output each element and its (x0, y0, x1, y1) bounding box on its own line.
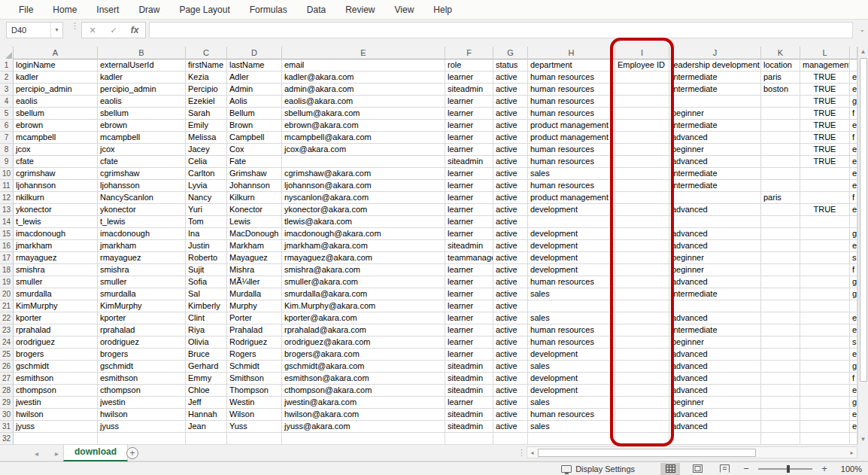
row-header-22[interactable]: 22 (0, 312, 14, 324)
horizontal-scrollbar[interactable]: ◂ ▸ (527, 446, 857, 458)
cell-H28[interactable]: development (528, 385, 615, 397)
name-box[interactable]: D40 ▾ (6, 22, 63, 38)
cell-H6[interactable]: product management (528, 120, 615, 132)
cell-K21[interactable] (761, 300, 800, 312)
cell-J24[interactable]: beginner (669, 336, 761, 349)
cell-K6[interactable] (761, 120, 800, 132)
cell-J14[interactable] (669, 216, 761, 228)
cell-K9[interactable] (761, 156, 800, 168)
cell-G10[interactable]: active (493, 168, 528, 180)
cell-G24[interactable]: active (493, 336, 528, 349)
cell-F29[interactable]: learner (445, 397, 493, 409)
prev-sheet-icon[interactable]: ◂ (35, 449, 38, 458)
cell-A4[interactable]: eaolis (14, 96, 98, 108)
cell-G21[interactable]: active (493, 300, 528, 312)
cell-C28[interactable]: Chloe (186, 385, 227, 397)
cell-F9[interactable]: siteadmin (445, 156, 493, 168)
row-header-4[interactable]: 4 (0, 96, 14, 108)
cell-M30[interactable]: e (850, 409, 857, 421)
row-header-10[interactable]: 10 (0, 168, 14, 180)
row-header-32[interactable]: 32 (0, 433, 14, 445)
cell-I17[interactable] (615, 252, 669, 264)
cell-L15[interactable] (800, 228, 850, 240)
menu-draw[interactable]: Draw (129, 0, 169, 20)
cell-G22[interactable]: active (493, 312, 528, 324)
cell-B10[interactable]: cgrimshaw (98, 168, 186, 180)
cell-L26[interactable] (800, 361, 850, 373)
cell-G29[interactable]: active (493, 397, 528, 409)
cell-I30[interactable] (615, 409, 669, 421)
normal-view-button[interactable] (660, 463, 680, 475)
cell-I9[interactable] (615, 156, 669, 168)
cell-L29[interactable] (800, 397, 850, 409)
cell-B15[interactable]: imacdonough (98, 228, 186, 240)
cell-F31[interactable]: siteadmin (445, 421, 493, 433)
cell-M25[interactable]: e (850, 349, 857, 361)
cell-F28[interactable]: siteadmin (445, 385, 493, 397)
column-header-L[interactable]: L (800, 47, 850, 59)
cell-K14[interactable] (761, 216, 800, 228)
cell-K7[interactable] (761, 132, 800, 144)
cell-J25[interactable]: advanced (669, 349, 761, 361)
row-header-5[interactable]: 5 (0, 108, 14, 120)
cell-A30[interactable]: hwilson (14, 409, 98, 421)
cell-G32[interactable] (493, 433, 528, 445)
cell-M27[interactable]: f (850, 373, 857, 385)
cell-I23[interactable] (615, 324, 669, 336)
cell-D17[interactable]: Mayaguez (227, 252, 282, 264)
cell-H18[interactable]: development (528, 264, 615, 276)
cell-K2[interactable]: paris (761, 72, 800, 84)
cell-M21[interactable] (850, 300, 857, 312)
cell-A18[interactable]: smishra (14, 264, 98, 276)
cell-H24[interactable]: human resources (528, 336, 615, 349)
cell-D24[interactable]: Rodriguez (227, 336, 282, 349)
cell-J3[interactable]: intermediate (669, 84, 761, 96)
cell-B5[interactable]: sbellum (98, 108, 186, 120)
cell-C4[interactable]: Ezekiel (186, 96, 227, 108)
cell-E7[interactable]: mcampbell@akara.com (282, 132, 445, 144)
column-header-C[interactable]: C (186, 47, 227, 59)
cell-J6[interactable]: intermediate (669, 120, 761, 132)
cell-D2[interactable]: Adler (227, 72, 282, 84)
cell-F5[interactable]: learner (445, 108, 493, 120)
cell-E6[interactable]: ebrown@akara.com (282, 120, 445, 132)
cell-I32[interactable] (615, 433, 669, 445)
insert-function-icon[interactable]: fx (124, 25, 145, 35)
cell-F19[interactable]: learner (445, 276, 493, 288)
cell-D18[interactable]: Mishra (227, 264, 282, 276)
cell-A21[interactable]: KimMurphy (14, 300, 98, 312)
cell-H3[interactable]: human resources (528, 84, 615, 96)
cell-A17[interactable]: rmayaguez (14, 252, 98, 264)
cell-H11[interactable]: human resources (528, 180, 615, 192)
row-header-7[interactable]: 7 (0, 132, 14, 144)
cell-J32[interactable] (669, 433, 761, 445)
cell-M12[interactable]: f (850, 192, 857, 204)
cell-J5[interactable]: beginner (669, 108, 761, 120)
column-header-I[interactable]: I (615, 47, 669, 59)
cell-E18[interactable]: smishra@akara.com (282, 264, 445, 276)
cell-K27[interactable] (761, 373, 800, 385)
cell-I12[interactable] (615, 192, 669, 204)
row-header-19[interactable]: 19 (0, 276, 14, 288)
cell-M16[interactable]: e (850, 240, 857, 252)
cell-G25[interactable]: active (493, 349, 528, 361)
cell-C17[interactable]: Roberto (186, 252, 227, 264)
cell-H13[interactable]: development (528, 204, 615, 216)
cell-A16[interactable]: jmarkham (14, 240, 98, 252)
cell-J23[interactable]: intermediate (669, 324, 761, 336)
cancel-icon[interactable]: ✕ (82, 26, 103, 35)
cell-C26[interactable]: Gerhard (186, 361, 227, 373)
cell-A11[interactable]: ljohannson (14, 180, 98, 192)
row-header-21[interactable]: 21 (0, 300, 14, 312)
cell-D23[interactable]: Prahalad (227, 324, 282, 336)
cell-F25[interactable]: learner (445, 349, 493, 361)
cell-C29[interactable]: Jeff (186, 397, 227, 409)
cell-J4[interactable] (669, 96, 761, 108)
cell-D22[interactable]: Porter (227, 312, 282, 324)
cell-E10[interactable]: cgrimshaw@akara.com (282, 168, 445, 180)
cell-H27[interactable]: development (528, 373, 615, 385)
cell-H15[interactable]: development (528, 228, 615, 240)
cell-H10[interactable]: sales (528, 168, 615, 180)
cell-A8[interactable]: jcox (14, 144, 98, 156)
cell-B25[interactable]: brogers (98, 349, 186, 361)
